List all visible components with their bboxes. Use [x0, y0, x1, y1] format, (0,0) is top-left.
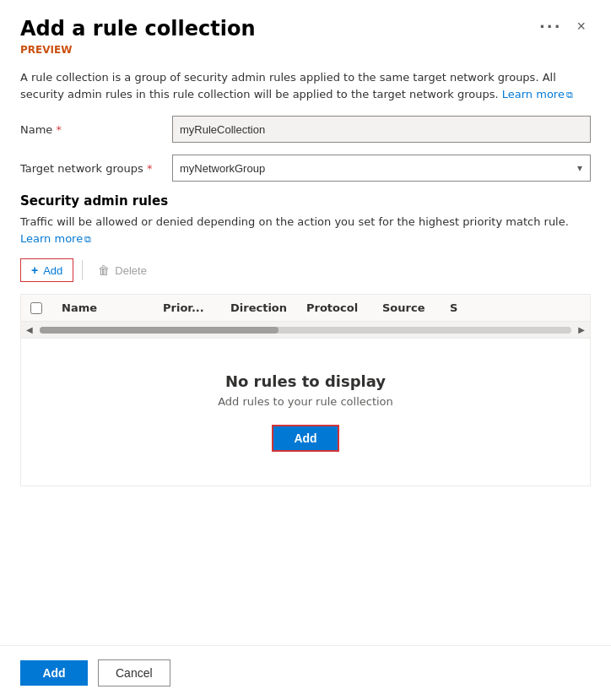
- col-header-s[interactable]: S: [440, 295, 490, 321]
- close-button[interactable]: ×: [571, 17, 591, 35]
- add-rule-primary-button[interactable]: Add: [272, 425, 338, 452]
- empty-state-title: No rules to display: [225, 372, 386, 390]
- scroll-right-icon[interactable]: ▶: [575, 325, 588, 334]
- dialog-body: A rule collection is a group of security…: [0, 56, 611, 645]
- header-checkbox-cell: [21, 296, 51, 321]
- col-header-name[interactable]: Name: [51, 295, 153, 321]
- network-groups-field-row: Target network groups * myNetworkGroup ▾: [20, 155, 591, 182]
- add-button-label: Add: [43, 264, 62, 277]
- empty-state: No rules to display Add rules to your ru…: [21, 339, 590, 486]
- table-header: Name Prior... Direction Protocol Source …: [21, 295, 590, 322]
- learn-more-label: Learn more: [502, 88, 565, 100]
- security-admin-learn-more-link[interactable]: Learn more⧉: [20, 232, 91, 245]
- name-required-star: *: [57, 123, 62, 136]
- network-groups-label: Target network groups *: [20, 162, 172, 175]
- page-title: Add a rule collection: [20, 17, 539, 41]
- empty-state-desc: Add rules to your rule collection: [218, 395, 393, 408]
- security-admin-section-desc: Traffic will be allowed or denied depend…: [20, 214, 591, 247]
- security-admin-section-title: Security admin rules: [20, 193, 591, 209]
- name-field-row: Name *: [20, 116, 591, 143]
- dialog-header: Add a rule collection ··· ×: [0, 0, 611, 41]
- security-admin-external-link-icon: ⧉: [84, 234, 91, 245]
- toolbar-divider: [82, 260, 83, 280]
- name-label-text: Name: [20, 123, 52, 136]
- delete-button-label: Delete: [115, 264, 147, 277]
- toolbar: + Add 🗑 Delete: [20, 258, 591, 282]
- description-learn-more-link[interactable]: Learn more⧉: [502, 88, 573, 100]
- delete-button[interactable]: 🗑 Delete: [91, 259, 154, 281]
- name-label: Name *: [20, 123, 172, 136]
- delete-icon: 🗑: [98, 263, 110, 277]
- scrollbar-track: [40, 327, 572, 334]
- security-admin-learn-more-label: Learn more: [20, 232, 83, 245]
- description-main: A rule collection is a group of security…: [20, 71, 556, 100]
- rules-table: Name Prior... Direction Protocol Source …: [20, 294, 591, 486]
- network-groups-label-text: Target network groups: [20, 162, 143, 175]
- footer-add-button[interactable]: Add: [20, 660, 88, 686]
- col-header-direction[interactable]: Direction: [220, 295, 296, 321]
- name-input[interactable]: [172, 116, 591, 143]
- add-rule-button[interactable]: + Add: [20, 258, 73, 282]
- network-groups-select-wrapper: myNetworkGroup ▾: [172, 155, 591, 182]
- scroll-left-icon[interactable]: ◀: [23, 325, 36, 334]
- col-header-protocol[interactable]: Protocol: [296, 295, 372, 321]
- dialog-footer: Add Cancel: [0, 645, 611, 700]
- col-header-priority[interactable]: Prior...: [153, 295, 220, 321]
- network-groups-required-star: *: [147, 162, 153, 175]
- network-groups-select[interactable]: myNetworkGroup: [172, 155, 591, 182]
- horizontal-scrollbar[interactable]: ◀ ▶: [21, 322, 590, 339]
- header-actions: ··· ×: [539, 17, 591, 35]
- preview-badge: PREVIEW: [0, 41, 611, 56]
- description-text: A rule collection is a group of security…: [20, 69, 591, 102]
- security-admin-desc-text: Traffic will be allowed or denied depend…: [20, 215, 569, 228]
- select-all-checkbox[interactable]: [30, 302, 42, 314]
- add-rule-collection-dialog: Add a rule collection ··· × PREVIEW A ru…: [0, 0, 611, 700]
- more-options-icon[interactable]: ···: [539, 18, 562, 35]
- plus-icon: +: [31, 263, 38, 277]
- col-header-source[interactable]: Source: [372, 295, 440, 321]
- scrollbar-thumb: [40, 327, 279, 334]
- footer-cancel-button[interactable]: Cancel: [98, 659, 170, 686]
- external-link-icon: ⧉: [566, 90, 573, 100]
